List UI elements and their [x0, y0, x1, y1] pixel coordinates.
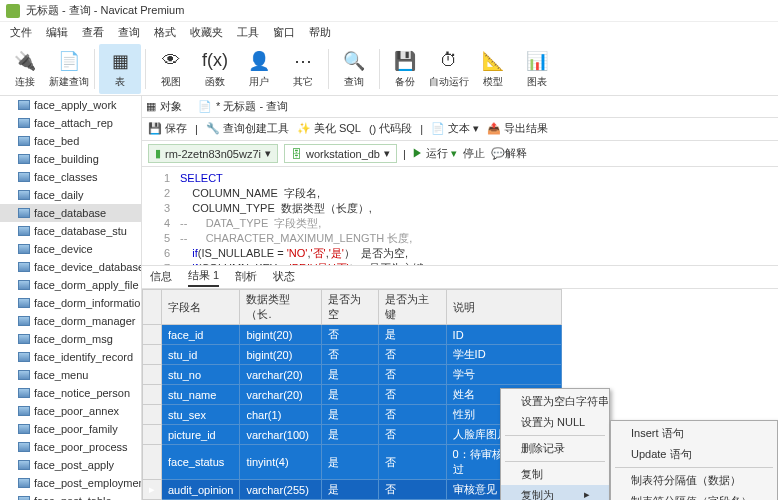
menu-delete[interactable]: 删除记录	[501, 438, 609, 459]
table-face_post_employment[interactable]: face_post_employment	[0, 474, 141, 492]
table-icon	[18, 154, 30, 164]
sidebar[interactable]: face_apply_workface_attach_repface_bedfa…	[0, 96, 142, 500]
table-icon	[18, 496, 30, 500]
col-是否为空[interactable]: 是否为空	[322, 290, 379, 325]
menu-帮助[interactable]: 帮助	[303, 23, 337, 42]
stop-button[interactable]: 停止	[463, 146, 485, 161]
table-icon	[18, 370, 30, 380]
db-select[interactable]: 🗄workstation_db ▾	[284, 144, 397, 163]
submenu-insert[interactable]: Insert 语句	[611, 423, 777, 444]
toolbar-自动运行[interactable]: ⏱自动运行	[428, 44, 470, 94]
table-face_poor_process[interactable]: face_poor_process	[0, 438, 141, 456]
tab-result-1[interactable]: 结果 1	[188, 268, 219, 287]
toolbar-模型[interactable]: 📐模型	[472, 44, 514, 94]
submenu-tab-data[interactable]: 制表符分隔值（数据）	[611, 470, 777, 491]
menu-查看[interactable]: 查看	[76, 23, 110, 42]
table-row[interactable]: stu_namevarchar(20)是否姓名	[143, 385, 562, 405]
query-tool-button[interactable]: 🔧查询创建工具	[206, 121, 289, 136]
table-face_dorm_manager[interactable]: face_dorm_manager	[0, 312, 141, 330]
table-face_identify_record[interactable]: face_identify_record	[0, 348, 141, 366]
menu-收藏夹[interactable]: 收藏夹	[184, 23, 229, 42]
menu-copy-as[interactable]: 复制为▸	[501, 485, 609, 500]
table-face_dorm_information[interactable]: face_dorm_information	[0, 294, 141, 312]
table-row[interactable]: stu_novarchar(20)是否学号	[143, 365, 562, 385]
toolbar: 🔌连接📄新建查询▦表👁视图f(x)函数👤用户⋯其它🔍查询💾备份⏱自动运行📐模型📊…	[0, 42, 778, 96]
table-face_dorm_msg[interactable]: face_dorm_msg	[0, 330, 141, 348]
表-icon: ▦	[108, 49, 132, 73]
tab-info[interactable]: 信息	[150, 269, 172, 286]
toolbar-备份[interactable]: 💾备份	[384, 44, 426, 94]
toolbar-用户[interactable]: 👤用户	[238, 44, 280, 94]
table-face_device_database[interactable]: face_device_database	[0, 258, 141, 276]
code-snippet-button[interactable]: () 代码段	[369, 121, 412, 136]
table-face_dorm_apply_file[interactable]: face_dorm_apply_file	[0, 276, 141, 294]
table-face_classes[interactable]: face_classes	[0, 168, 141, 186]
table-face_database[interactable]: face_database	[0, 204, 141, 222]
table-face_attach_rep[interactable]: face_attach_rep	[0, 114, 141, 132]
menu-文件[interactable]: 文件	[4, 23, 38, 42]
table-face_device[interactable]: face_device	[0, 240, 141, 258]
tab-analysis[interactable]: 剖析	[235, 269, 257, 286]
table-row[interactable]: face_statustinyint(4)是否0：待审核 1：已通过	[143, 445, 562, 480]
table-face_bed[interactable]: face_bed	[0, 132, 141, 150]
menu-窗口[interactable]: 窗口	[267, 23, 301, 42]
menu-查询[interactable]: 查询	[112, 23, 146, 42]
table-face_poor_annex[interactable]: face_poor_annex	[0, 402, 141, 420]
tab-query[interactable]: 📄 * 无标题 - 查询	[198, 99, 288, 114]
table-face_menu[interactable]: face_menu	[0, 366, 141, 384]
table-face_building[interactable]: face_building	[0, 150, 141, 168]
新建查询-icon: 📄	[57, 49, 81, 73]
toolbar-新建查询[interactable]: 📄新建查询	[48, 44, 90, 94]
table-face_apply_work[interactable]: face_apply_work	[0, 96, 141, 114]
col-数据类型（长.[interactable]: 数据类型（长.	[240, 290, 322, 325]
col-是否为主键[interactable]: 是否为主键	[379, 290, 447, 325]
table-face_poor_family[interactable]: face_poor_family	[0, 420, 141, 438]
save-button[interactable]: 💾保存	[148, 121, 187, 136]
beautify-button[interactable]: ✨美化 SQL	[297, 121, 361, 136]
col-字段名[interactable]: 字段名	[162, 290, 240, 325]
table-row[interactable]: picture_idvarchar(100)是否人脸库图片ID	[143, 425, 562, 445]
menu-copy[interactable]: 复制	[501, 464, 609, 485]
table-row[interactable]: ▸audit_opinionvarchar(255)是否审核意见	[143, 480, 562, 500]
menu-编辑[interactable]: 编辑	[40, 23, 74, 42]
table-row[interactable]: face_idbigint(20)否是ID	[143, 325, 562, 345]
tab-status[interactable]: 状态	[273, 269, 295, 286]
tab-objects[interactable]: ▦ 对象	[146, 99, 182, 114]
toolbar-其它[interactable]: ⋯其它	[282, 44, 324, 94]
table-icon	[18, 460, 30, 470]
menu-set-null[interactable]: 设置为 NULL	[501, 412, 609, 433]
table-face_database_stu[interactable]: face_database_stu	[0, 222, 141, 240]
toolbar-查询[interactable]: 🔍查询	[333, 44, 375, 94]
toolbar-函数[interactable]: f(x)函数	[194, 44, 236, 94]
submenu-tab-fields[interactable]: 制表符分隔值（字段名）	[611, 491, 777, 500]
table-icon	[18, 406, 30, 416]
server-select[interactable]: ▮rm-2zetn83n05wz7i ▾	[148, 144, 278, 163]
toolbar-图表[interactable]: 📊图表	[516, 44, 558, 94]
table-row[interactable]: stu_sexchar(1)是否性别	[143, 405, 562, 425]
table-face_post_table[interactable]: face_post_table	[0, 492, 141, 500]
context-submenu[interactable]: Insert 语句 Update 语句 制表符分隔值（数据） 制表符分隔值（字段…	[610, 420, 778, 500]
toolbar-视图[interactable]: 👁视图	[150, 44, 192, 94]
table-icon	[18, 208, 30, 218]
menu-格式[interactable]: 格式	[148, 23, 182, 42]
submenu-update[interactable]: Update 语句	[611, 444, 777, 465]
menu-工具[interactable]: 工具	[231, 23, 265, 42]
table-face_notice_person[interactable]: face_notice_person	[0, 384, 141, 402]
text-button[interactable]: 📄文本 ▾	[431, 121, 479, 136]
menu-set-empty[interactable]: 设置为空白字符串	[501, 391, 609, 412]
table-face_post_apply[interactable]: face_post_apply	[0, 456, 141, 474]
result-tabs: 信息 结果 1 剖析 状态	[142, 265, 778, 289]
explain-button[interactable]: 💬解释	[491, 146, 527, 161]
sql-editor[interactable]: 1SELECT2 COLUMN_NAME 字段名,3 COLUMN_TYPE 数…	[142, 167, 778, 265]
table-icon	[18, 478, 30, 488]
table-face_daily[interactable]: face_daily	[0, 186, 141, 204]
toolbar-连接[interactable]: 🔌连接	[4, 44, 46, 94]
table-row[interactable]: stu_idbigint(20)否否学生ID	[143, 345, 562, 365]
toolbar-表[interactable]: ▦表	[99, 44, 141, 94]
export-button[interactable]: 📤导出结果	[487, 121, 548, 136]
window-title: 无标题 - 查询 - Navicat Premium	[26, 3, 184, 18]
context-menu[interactable]: 设置为空白字符串 设置为 NULL 删除记录 复制 复制为▸ 粘贴 显示▸	[500, 388, 610, 500]
table-icon	[18, 352, 30, 362]
col-说明[interactable]: 说明	[446, 290, 561, 325]
run-button[interactable]: ▶ 运行 ▾	[412, 146, 457, 161]
